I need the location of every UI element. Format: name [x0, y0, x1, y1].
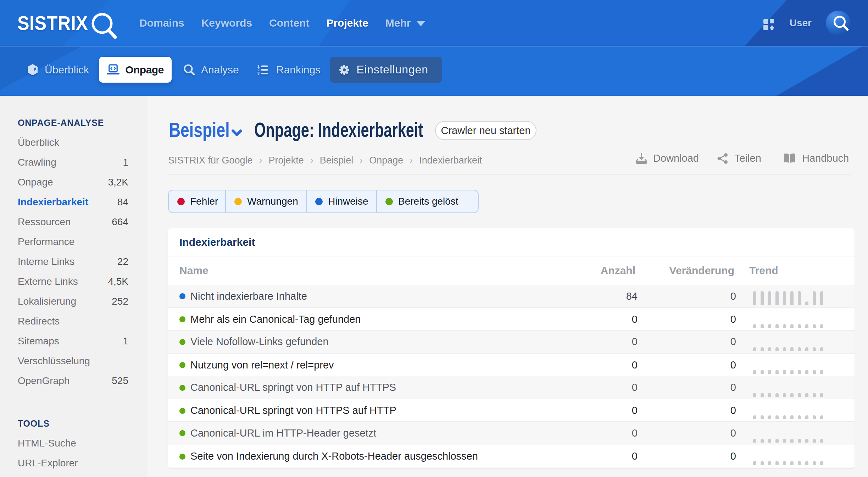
svg-text:3: 3: [257, 71, 260, 75]
